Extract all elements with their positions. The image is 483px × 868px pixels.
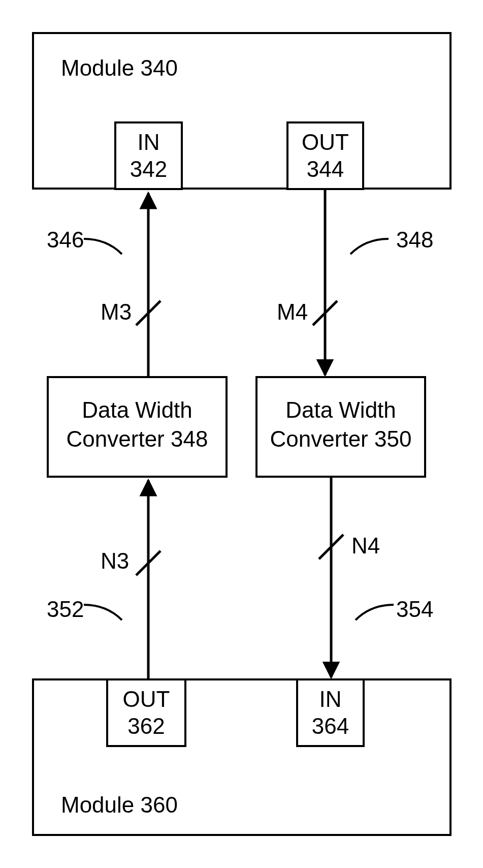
label-m3: M3 xyxy=(101,300,132,324)
svg-line-3 xyxy=(313,301,337,325)
label-n3: N3 xyxy=(101,549,129,573)
port-out-344-l2: 344 xyxy=(286,157,364,181)
port-out-362-l1: OUT xyxy=(106,687,186,711)
port-out-344-l1: OUT xyxy=(286,130,364,154)
converter-348-l1: Data Width xyxy=(47,398,228,422)
label-m4: M4 xyxy=(277,300,308,324)
port-in-342-l2: 342 xyxy=(114,157,183,181)
port-in-364-l2: 364 xyxy=(296,714,365,738)
converter-350-l2: Converter 350 xyxy=(255,427,426,451)
ref-348: 348 xyxy=(396,228,433,252)
converter-350-l1: Data Width xyxy=(255,398,426,422)
module-340-title: Module 340 xyxy=(61,56,178,80)
port-in-364-l1: IN xyxy=(296,687,365,711)
ref-352: 352 xyxy=(47,597,84,622)
ref-354: 354 xyxy=(396,597,433,622)
svg-line-5 xyxy=(136,551,160,575)
port-out-362-l2: 362 xyxy=(106,714,186,738)
label-n4: N4 xyxy=(351,534,380,558)
svg-line-1 xyxy=(136,301,160,325)
converter-348-l2: Converter 348 xyxy=(47,427,228,451)
module-360-title: Module 360 xyxy=(61,793,178,817)
svg-line-7 xyxy=(319,535,343,559)
port-in-342-l1: IN xyxy=(114,130,183,154)
ref-346: 346 xyxy=(47,228,84,252)
